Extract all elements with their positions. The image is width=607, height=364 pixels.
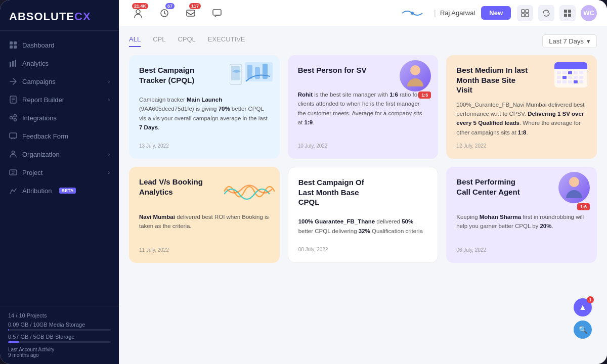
refresh-icon-btn[interactable] — [538, 5, 554, 21]
expand-arrow: › — [108, 97, 110, 103]
sidebar-item-integrations[interactable]: Integrations — [0, 109, 119, 127]
card2-date: 10 July, 2022 — [298, 143, 428, 149]
header-action-icons: WC — [517, 5, 597, 21]
svg-rect-31 — [568, 10, 571, 13]
header-right: | Raj Agarwal New WC — [400, 5, 597, 21]
sidebar-item-label: Report Builder — [22, 96, 64, 104]
project-icon — [9, 168, 17, 176]
content-area: ALL CPL CPQL EXECUTIVE Last 7 Days ▾ — [119, 26, 607, 364]
user-notification-badge: 21.4K — [132, 3, 148, 9]
svg-rect-39 — [231, 66, 240, 80]
svg-point-40 — [410, 65, 420, 75]
sidebar-item-project[interactable]: Project › — [0, 163, 119, 181]
svg-rect-33 — [568, 14, 571, 17]
user-avatar[interactable]: WC — [581, 5, 597, 21]
analytics-icon — [9, 59, 17, 67]
svg-point-21 — [136, 10, 140, 14]
svg-rect-1 — [14, 41, 17, 44]
calendar-illustration — [554, 62, 590, 92]
sidebar-item-report-builder[interactable]: Report Builder › — [0, 90, 119, 109]
user-name-label: Raj Agarwal — [440, 9, 475, 17]
sidebar-item-label: Organization — [22, 151, 60, 158]
chat-btn[interactable] — [208, 4, 226, 22]
svg-point-17 — [12, 151, 15, 154]
brand-area: | Raj Agarwal — [400, 8, 475, 18]
svg-rect-27 — [526, 10, 529, 13]
svg-point-11 — [10, 117, 13, 119]
notifications-user-btn[interactable]: 21.4K — [129, 4, 147, 22]
card5-date: 08 July, 2022 — [298, 247, 428, 252]
svg-line-15 — [13, 118, 14, 119]
card-best-person: 1:6 Best Person for SV Rohit is the best… — [288, 55, 439, 159]
template-icon-btn[interactable] — [517, 5, 533, 21]
sidebar-item-organization[interactable]: Organization › — [0, 145, 119, 163]
svg-rect-5 — [12, 61, 14, 67]
svg-rect-6 — [15, 60, 16, 67]
tab-all[interactable]: ALL — [129, 35, 141, 47]
svg-rect-44 — [557, 71, 561, 74]
svg-line-14 — [13, 116, 14, 117]
svg-rect-26 — [522, 10, 525, 13]
card4-body: Navi Mumbai delivered best ROI when Book… — [139, 212, 270, 231]
header: 21.4K 67 117 — [119, 0, 607, 26]
cards-grid: Best Campaign Tracker (CPQL) Campaign tr… — [129, 55, 597, 263]
sidebar-item-label: Attribution — [22, 187, 52, 195]
inbox-btn[interactable]: 117 — [182, 4, 200, 22]
search-floating-button[interactable]: 🔍 — [574, 321, 592, 339]
app-logo: ABSOLUTECX — [9, 10, 110, 23]
beta-badge: BETA — [59, 188, 76, 194]
logo-area: ABSOLUTECX — [0, 0, 119, 31]
svg-rect-24 — [213, 10, 221, 15]
attribution-icon — [9, 187, 17, 195]
wave-illustration — [224, 174, 275, 206]
svg-rect-18 — [10, 170, 17, 175]
new-button[interactable]: New — [481, 6, 511, 20]
card-best-campaign-cpql: Best Campaign Of Last Month Base CPQL 10… — [288, 167, 439, 263]
expand-arrow: › — [108, 152, 110, 157]
content-header: ALL CPL CPQL EXECUTIVE Last 7 Days ▾ — [129, 34, 597, 48]
tab-executive[interactable]: EXECUTIVE — [208, 35, 245, 47]
header-left: 21.4K 67 117 — [129, 4, 226, 22]
svg-point-25 — [411, 12, 414, 15]
card6-date: 06 July, 2022 — [456, 247, 587, 253]
projects-stat: 14 / 10 Projects — [8, 312, 111, 318]
expand-arrow: › — [108, 170, 110, 175]
sidebar-item-attribution[interactable]: Attribution BETA — [0, 181, 119, 200]
card6-body: Keeping Mohan Sharma first in roundrobbi… — [456, 212, 587, 231]
grid-icon-btn[interactable] — [559, 5, 576, 21]
card1-date: 13 July, 2022 — [139, 143, 270, 149]
svg-rect-2 — [10, 46, 13, 49]
card5-title: Best Campaign Of Last Month Base CPQL — [298, 177, 370, 207]
sidebar: ABSOLUTECX Dashboard Analytics — [0, 0, 119, 364]
svg-rect-43 — [554, 66, 587, 69]
sidebar-item-label: Project — [22, 169, 42, 176]
card-best-medium: Best Medium In last Month Base Site Visi… — [446, 55, 597, 159]
sidebar-item-feedback-form[interactable]: Feedback Form — [0, 127, 119, 145]
feedback-icon — [9, 132, 17, 140]
db-storage-stat: 0.57 GB / 5GB DB Storage — [8, 334, 111, 343]
date-filter-dropdown[interactable]: Last 7 Days ▾ — [542, 34, 597, 48]
svg-rect-28 — [522, 14, 525, 17]
card6-title: Best Performing Call Center Agent — [456, 177, 528, 197]
svg-point-13 — [14, 119, 17, 121]
sidebar-item-label: Campaigns — [22, 78, 56, 85]
svg-rect-54 — [557, 80, 561, 83]
sidebar-item-label: Integrations — [22, 114, 57, 122]
card1-body: Campaign tracker Main Launch (9AA605dced… — [139, 95, 270, 132]
card3-date: 12 July, 2022 — [456, 143, 587, 149]
svg-point-12 — [14, 115, 17, 117]
card-lead-booking: Lead V/s Booking Analytics Navi Mumbai d… — [129, 167, 280, 263]
sidebar-item-dashboard[interactable]: Dashboard — [0, 36, 119, 54]
activity-badge: 67 — [165, 3, 175, 9]
floating-buttons: ▲ 1 🔍 — [574, 298, 592, 339]
svg-rect-55 — [562, 80, 567, 83]
sidebar-item-campaigns[interactable]: Campaigns › — [0, 72, 119, 90]
sidebar-nav: Dashboard Analytics Campaigns › — [0, 31, 119, 306]
scroll-up-container: ▲ 1 — [574, 298, 592, 316]
tab-cpl[interactable]: CPL — [153, 35, 165, 47]
sidebar-item-label: Dashboard — [22, 41, 55, 49]
tab-cpql[interactable]: CPQL — [178, 35, 195, 47]
activity-btn[interactable]: 67 — [155, 4, 174, 22]
sidebar-item-analytics[interactable]: Analytics — [0, 54, 119, 72]
svg-rect-37 — [263, 64, 268, 79]
